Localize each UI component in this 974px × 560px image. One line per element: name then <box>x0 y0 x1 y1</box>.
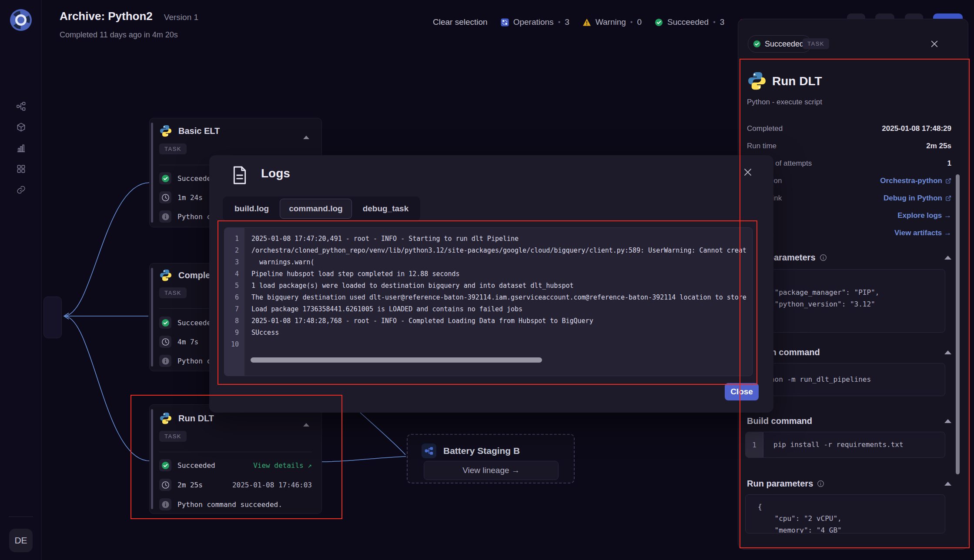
node-accent-bar <box>151 123 153 223</box>
tab-debug-task[interactable]: debug_task <box>354 199 418 219</box>
collapse-chevron-icon[interactable] <box>944 482 951 486</box>
node-timestamp: 2025-01-08 17:46:03 <box>232 481 312 489</box>
section-task-parameters: Task parameters <box>747 253 951 263</box>
view-artifacts-link[interactable]: View artifacts → <box>894 229 951 237</box>
panel-close-icon[interactable] <box>929 38 940 50</box>
integration-link[interactable]: Orchestra-python <box>880 177 951 185</box>
grid-icon <box>16 164 26 174</box>
python-icon <box>159 412 172 425</box>
info-icon <box>159 355 171 367</box>
node-runtime-row: 2m 25s 2025-01-08 17:46:03 <box>159 479 312 491</box>
sidebar-item-metrics[interactable] <box>13 140 29 156</box>
lineage-icon <box>422 443 436 458</box>
node-info: Python command succeeded. <box>177 500 282 509</box>
modal-close-icon[interactable] <box>741 166 754 179</box>
edge-run-dlt-to-battery <box>321 457 406 462</box>
collapse-chevron-icon[interactable] <box>303 423 309 427</box>
collapse-chevron-icon[interactable] <box>303 136 309 139</box>
node-title: Basic ELT <box>178 126 220 136</box>
log-line: The bigquery destination used dlt-user@r… <box>251 292 752 303</box>
pipeline-node-battery-staging-b[interactable]: Battery Staging B View lineage → <box>407 434 575 483</box>
log-tabs: build.log command.log debug_task <box>223 197 420 221</box>
sidebar: DE <box>0 0 42 560</box>
node-accent-bar <box>151 409 153 509</box>
user-avatar[interactable]: DE <box>9 529 33 552</box>
collapse-chevron-icon[interactable] <box>944 419 951 423</box>
check-circle-icon <box>159 317 171 329</box>
log-viewer: 12 34 56 78 910 2025-01-08 17:47:20,491 … <box>224 227 753 376</box>
view-details-link[interactable]: View details ↗ <box>253 461 312 470</box>
log-line: 2025-01-08 17:48:28,768 - root - INFO - … <box>251 315 752 327</box>
task-type-badge: TASK <box>159 431 187 442</box>
app-root: DE Archive: Python2 Version 1 Completed … <box>0 0 974 560</box>
node-accent-bar <box>151 268 153 367</box>
link-icon <box>16 185 26 195</box>
detail-rows: Completed 2025-01-08 17:48:29 Run time 2… <box>747 124 951 246</box>
python-icon <box>159 269 172 282</box>
log-line: Pipeline hubspot load step completed in … <box>251 268 752 280</box>
build-command-code: 1 pip install -r requirements.txt <box>745 432 945 458</box>
node-runtime: 2m 25s <box>177 481 203 489</box>
clock-icon <box>159 191 171 203</box>
edge-to-basic-elt <box>64 183 150 316</box>
node-runtime: 1m 24s <box>177 193 203 202</box>
bar-chart-icon <box>16 143 26 153</box>
check-circle-icon <box>159 459 171 471</box>
log-line: 1 load package(s) were loaded to destina… <box>251 280 752 292</box>
check-circle-icon <box>159 172 171 184</box>
sidebar-item-pipelines[interactable] <box>13 98 29 114</box>
close-button[interactable]: Close <box>725 383 759 400</box>
external-link-icon <box>945 178 951 184</box>
workflow-icon <box>16 101 26 111</box>
python-icon <box>159 124 172 137</box>
debug-link[interactable]: Debug in Python <box>884 194 951 203</box>
task-type-badge: TASK <box>159 287 187 298</box>
horizontal-scrollbar[interactable] <box>251 357 542 363</box>
node-title: Run DLT <box>178 413 214 423</box>
task-node-run-dlt[interactable]: Run DLT TASK Succeeded View details ↗ 2m… <box>149 404 322 514</box>
info-icon <box>159 498 171 510</box>
status-badge: Succeeded <box>748 35 811 53</box>
collapse-chevron-icon[interactable] <box>944 350 951 354</box>
tab-build-log[interactable]: build.log <box>225 199 278 219</box>
detail-row-completed: Completed 2025-01-08 17:48:29 <box>747 124 951 133</box>
sidebar-divider <box>9 517 33 517</box>
node-divider <box>159 452 312 452</box>
run-parameters-code: { "cpu": "2 vCPU", "memory": "4 GB" <box>745 494 945 533</box>
panel-title: Run DLT <box>772 74 822 88</box>
view-lineage-button[interactable]: View lineage → <box>424 461 559 480</box>
log-line: Load package 1736358441.6261005 is LOADE… <box>251 303 752 315</box>
node-status: Succeeded <box>177 461 215 470</box>
task-parameters-code: { "package_manager": "PIP", "python_vers… <box>745 269 945 333</box>
sidebar-item-integrations[interactable] <box>13 119 29 135</box>
log-line: 2025-01-08 17:47:20,491 - root - INFO - … <box>251 233 752 245</box>
sidebar-item-connections[interactable] <box>13 182 29 197</box>
detail-row-artifacts: Artifacts View artifacts → <box>747 228 951 238</box>
node-status-row: Succeeded View details ↗ <box>159 459 312 471</box>
section-python-command: Python command <box>747 347 951 357</box>
collapse-chevron-icon[interactable] <box>944 256 951 260</box>
node-title: Battery Staging B <box>443 446 520 456</box>
pipeline-trigger-node[interactable] <box>44 297 62 338</box>
clock-icon <box>159 479 171 491</box>
info-icon <box>159 210 171 223</box>
explore-logs-link[interactable]: Explore logs → <box>897 211 951 220</box>
clock-icon <box>159 336 171 348</box>
detail-row-logs: Explore logs → <box>747 211 951 220</box>
orchestra-logo[interactable] <box>10 9 32 31</box>
sidebar-item-apps[interactable] <box>13 161 29 177</box>
python-icon <box>747 71 767 91</box>
edge-to-run-dlt <box>64 316 150 461</box>
edge-hidden-to-battery <box>360 413 405 455</box>
node-info-row: Python command succeeded. <box>159 498 312 510</box>
cube-icon <box>16 122 26 132</box>
log-line-numbers: 12 34 56 78 910 <box>224 228 244 376</box>
task-type-badge: TASK <box>803 38 829 49</box>
panel-scrollbar[interactable] <box>956 174 960 474</box>
node-runtime: 4m 7s <box>177 338 198 346</box>
panel-subtitle: Python - execute script <box>747 98 822 107</box>
info-icon <box>820 254 827 261</box>
detail-row-runtime: Run time 2m 25s <box>747 141 951 151</box>
tab-command-log[interactable]: command.log <box>280 199 352 219</box>
log-content[interactable]: 2025-01-08 17:47:20,491 - root - INFO - … <box>251 228 752 376</box>
